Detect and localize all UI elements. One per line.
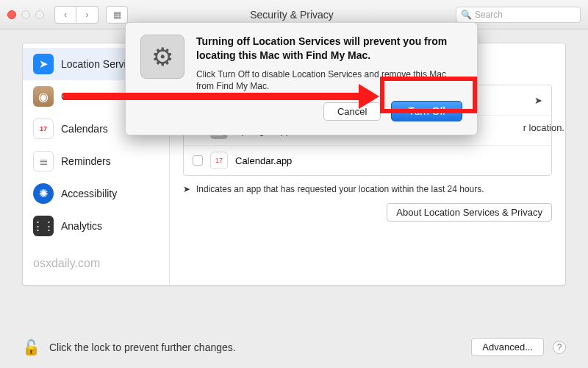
- lock-help-text: Click the lock to prevent further change…: [49, 342, 462, 353]
- analytics-icon: ⋮⋮: [33, 216, 54, 236]
- calendar-icon: 17: [33, 118, 54, 139]
- sidebar-item-analytics[interactable]: ⋮⋮ Analytics: [23, 210, 169, 242]
- nav-back-forward: ‹ ›: [54, 6, 98, 24]
- indicator-text: Indicates an app that has requested your…: [196, 183, 484, 196]
- gear-icon: ⚙: [140, 35, 184, 79]
- sidebar-item-reminders[interactable]: ≣ Reminders: [23, 145, 169, 177]
- search-placeholder: Search: [475, 10, 503, 20]
- dialog-message: Click Turn Off to disable Location Servi…: [196, 68, 462, 92]
- search-icon: 🔍: [461, 10, 472, 20]
- cancel-button[interactable]: Cancel: [323, 102, 381, 121]
- enable-location-text-fragment: r location.: [523, 122, 564, 133]
- zoom-window-button: [35, 10, 44, 19]
- dialog-heading: Turning off Location Services will preve…: [196, 35, 462, 63]
- accessibility-icon: ✺: [33, 183, 54, 204]
- sidebar-item-label: Analytics: [61, 220, 102, 232]
- calendar-app-icon: 17: [210, 152, 228, 169]
- help-button[interactable]: ?: [553, 341, 566, 354]
- turn-off-location-services-dialog: ⚙ Turning off Location Services will pre…: [125, 22, 478, 135]
- app-name: Calendar.app: [235, 155, 292, 166]
- recent-location-indicator-icon: ➤: [534, 95, 542, 106]
- watermark-text: osxdaily.com: [23, 257, 169, 280]
- recent-indicator-note: ➤ Indicates an app that has requested yo…: [183, 183, 552, 196]
- advanced-button[interactable]: Advanced...: [471, 338, 544, 356]
- sidebar-item-label: Reminders: [61, 155, 111, 167]
- sidebar-item-label: Accessibility: [61, 188, 117, 199]
- lock-icon[interactable]: 🔓: [22, 339, 40, 356]
- preferences-footer: 🔓 Click the lock to prevent further chan…: [22, 338, 566, 356]
- sidebar-item-label: Contacts: [61, 91, 101, 102]
- turn-off-button[interactable]: Turn Off: [391, 101, 462, 121]
- back-button[interactable]: ‹: [54, 6, 76, 24]
- location-arrow-icon: ➤: [183, 183, 190, 196]
- forward-button[interactable]: ›: [76, 6, 98, 24]
- reminders-icon: ≣: [33, 151, 54, 171]
- about-location-services-button[interactable]: About Location Services & Privacy: [387, 203, 552, 222]
- window-title: Security & Privacy: [128, 9, 456, 21]
- contacts-icon: ◉: [33, 86, 54, 107]
- sidebar-item-label: Calendars: [61, 123, 108, 135]
- search-field[interactable]: 🔍 Search: [456, 7, 581, 23]
- minimize-window-button: [21, 10, 30, 19]
- app-checkbox[interactable]: [193, 155, 203, 166]
- location-arrow-icon: ➤: [33, 54, 54, 74]
- close-window-button[interactable]: [7, 10, 16, 19]
- show-all-button[interactable]: ▦: [106, 6, 128, 24]
- window-controls: [7, 10, 44, 19]
- grid-icon: ▦: [113, 10, 121, 20]
- sidebar-item-accessibility[interactable]: ✺ Accessibility: [23, 177, 169, 210]
- list-item[interactable]: 17 Calendar.app: [184, 146, 551, 175]
